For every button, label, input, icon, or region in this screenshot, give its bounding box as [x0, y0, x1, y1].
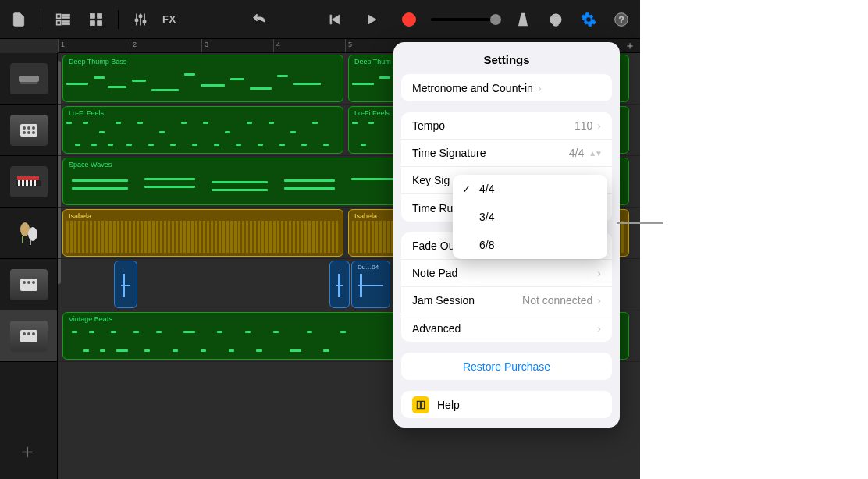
help-icon[interactable]: ? — [610, 9, 632, 30]
restore-purchase-button[interactable]: Restore Purchase — [401, 353, 612, 380]
updown-icon: ▲▼ — [589, 149, 601, 158]
svg-point-34 — [23, 281, 26, 284]
svg-point-10 — [550, 14, 560, 24]
svg-rect-1 — [62, 14, 69, 16]
svg-rect-33 — [20, 279, 37, 291]
audio-region[interactable] — [114, 261, 137, 308]
svg-rect-0 — [57, 14, 61, 18]
master-volume-slider[interactable] — [431, 18, 501, 21]
svg-text:?: ? — [619, 14, 624, 24]
metronome-icon[interactable] — [512, 9, 534, 30]
track-header[interactable] — [0, 310, 57, 362]
svg-rect-32 — [30, 240, 31, 245]
svg-rect-3 — [57, 20, 61, 24]
svg-point-16 — [23, 126, 26, 130]
fx-button[interactable]: FX — [162, 13, 176, 25]
add-section-button[interactable]: ＋ — [624, 39, 635, 53]
svg-point-30 — [28, 227, 37, 241]
play-button[interactable] — [361, 9, 382, 30]
midi-region[interactable]: Deep Thump Bass — [62, 55, 343, 102]
undo-button[interactable] — [248, 9, 270, 30]
note-pad-row[interactable]: Note Pad › — [401, 260, 612, 287]
settings-title: Settings — [393, 42, 620, 74]
help-book-icon — [412, 396, 429, 413]
svg-point-39 — [27, 332, 30, 335]
svg-point-38 — [23, 332, 26, 335]
svg-rect-5 — [62, 23, 69, 25]
my-songs-button[interactable] — [8, 9, 30, 30]
svg-rect-26 — [30, 180, 32, 186]
svg-rect-7 — [98, 13, 102, 18]
svg-point-19 — [23, 131, 26, 134]
time-sig-option[interactable]: 4/4 — [453, 175, 607, 203]
chevron-right-icon: › — [597, 294, 601, 307]
audio-region[interactable]: Du…04 — [351, 261, 390, 308]
svg-rect-13 — [19, 76, 39, 82]
svg-point-17 — [27, 126, 30, 130]
record-button[interactable] — [398, 9, 420, 30]
svg-point-18 — [32, 126, 35, 130]
chevron-right-icon: › — [538, 82, 542, 94]
callout-line — [617, 222, 663, 224]
svg-point-36 — [32, 281, 35, 284]
settings-button[interactable] — [578, 9, 599, 30]
svg-point-21 — [32, 131, 35, 134]
svg-rect-6 — [91, 13, 95, 18]
chevron-right-icon: › — [597, 267, 601, 279]
track-header[interactable] — [0, 259, 57, 310]
svg-rect-24 — [22, 180, 24, 186]
loop-browser-button[interactable] — [545, 9, 567, 30]
svg-rect-8 — [91, 20, 95, 25]
svg-rect-25 — [26, 180, 28, 186]
grid-view-icon[interactable] — [85, 9, 107, 30]
svg-point-20 — [27, 131, 30, 134]
svg-rect-2 — [62, 16, 69, 18]
svg-rect-28 — [17, 176, 39, 180]
time-sig-option[interactable]: 6/8 — [453, 231, 607, 259]
bar-marker: 1 — [58, 39, 130, 52]
bar-marker: 2 — [130, 39, 201, 52]
chevron-right-icon: › — [597, 119, 601, 132]
tempo-row[interactable]: Tempo 110 › — [401, 112, 612, 140]
go-to-start-button[interactable] — [323, 9, 345, 30]
svg-point-35 — [27, 281, 30, 284]
track-header[interactable] — [0, 53, 57, 105]
svg-rect-27 — [34, 180, 36, 186]
drummer-region[interactable]: Isabela — [62, 209, 343, 257]
track-header[interactable] — [0, 105, 57, 156]
svg-rect-4 — [62, 20, 69, 22]
bar-marker: 4 — [273, 39, 345, 52]
svg-rect-15 — [20, 124, 37, 137]
track-header[interactable] — [0, 156, 57, 208]
chevron-right-icon: › — [597, 322, 601, 335]
metronome-row[interactable]: Metronome and Count-in › — [401, 74, 612, 101]
svg-rect-31 — [22, 236, 23, 243]
advanced-row[interactable]: Advanced › — [401, 314, 612, 342]
svg-rect-14 — [20, 82, 37, 84]
tracks-view-button[interactable] — [52, 9, 74, 30]
time-signature-dropdown: 4/4 3/4 6/8 — [453, 175, 607, 259]
add-track-button[interactable]: ＋ — [17, 438, 37, 465]
svg-rect-23 — [18, 180, 20, 186]
track-header[interactable] — [0, 208, 57, 259]
mixer-icon[interactable] — [130, 9, 151, 30]
help-row[interactable]: Help — [401, 391, 612, 418]
svg-point-40 — [32, 332, 35, 335]
midi-region[interactable]: Lo-Fi Feels — [62, 106, 343, 154]
jam-session-row[interactable]: Jam Session Not connected › — [401, 287, 612, 314]
svg-rect-9 — [98, 20, 102, 25]
time-signature-row[interactable]: Time Signature 4/4 ▲▼ — [401, 140, 612, 167]
audio-region[interactable] — [329, 261, 350, 308]
bar-marker: 3 — [201, 39, 273, 52]
svg-rect-37 — [20, 330, 37, 342]
time-sig-option[interactable]: 3/4 — [453, 203, 607, 231]
